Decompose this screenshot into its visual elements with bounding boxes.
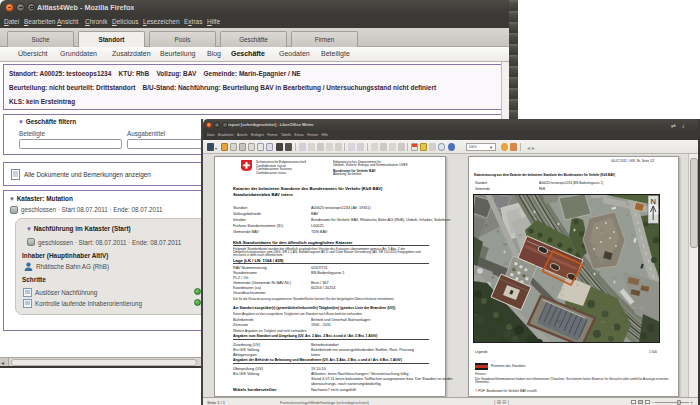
svg-text:N: N xyxy=(651,197,656,206)
